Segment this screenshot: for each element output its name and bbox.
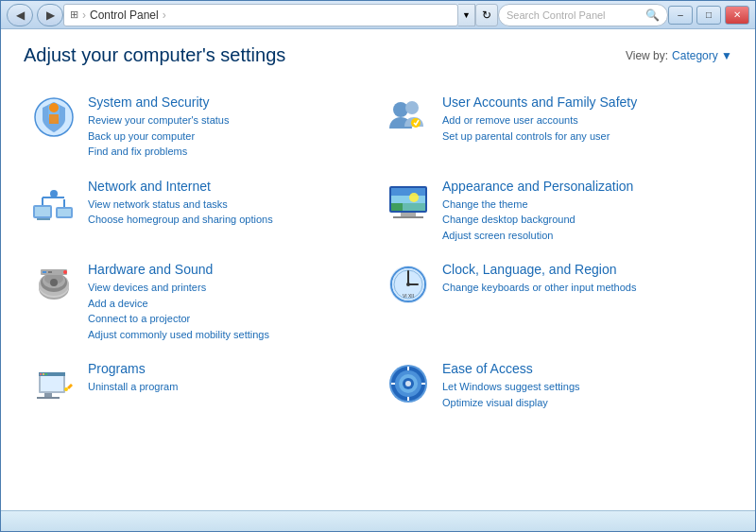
hardware-icon	[31, 262, 77, 307]
address-chevron[interactable]: ▼	[458, 4, 475, 26]
user-accounts-title[interactable]: User Accounts and Family Safety	[442, 94, 725, 110]
title-bar: ◀ ▶ ⊞ › Control Panel › ▼ ↻ Search Contr…	[1, 1, 755, 29]
clock-title[interactable]: Clock, Language, and Region	[442, 262, 725, 277]
system-security-link-2[interactable]: Back up your computer	[88, 129, 370, 145]
category-programs[interactable]: Programs Uninstall a program	[24, 352, 378, 420]
forward-button[interactable]: ▶	[37, 4, 63, 26]
window-frame: ◀ ▶ ⊞ › Control Panel › ▼ ↻ Search Contr…	[0, 0, 756, 532]
title-bar-left: ◀ ▶	[7, 4, 63, 26]
category-clock[interactable]: VI XII Clock, Language, and Region Chang…	[378, 252, 732, 352]
svg-point-33	[50, 279, 58, 286]
refresh-button[interactable]: ↻	[475, 4, 498, 26]
categories-grid: System and Security Review your computer…	[24, 85, 732, 420]
hardware-link-1[interactable]: View devices and printers	[88, 280, 370, 296]
svg-point-47	[45, 373, 47, 375]
address-path: Control Panel	[90, 9, 159, 22]
network-title[interactable]: Network and Internet	[88, 179, 370, 194]
content-area: Adjust your computer's settings View by:…	[1, 29, 755, 510]
clock-content: Clock, Language, and Region Change keybo…	[442, 262, 725, 296]
svg-point-4	[411, 118, 421, 128]
page-title: Adjust your computer's settings	[24, 44, 285, 66]
svg-rect-21	[393, 216, 423, 218]
svg-point-46	[43, 373, 44, 375]
window-controls: – □ ✕	[668, 6, 749, 25]
svg-rect-19	[403, 203, 425, 211]
svg-point-3	[405, 101, 419, 114]
svg-text:VI XII: VI XII	[403, 293, 414, 299]
system-security-title[interactable]: System and Security	[88, 94, 370, 110]
svg-rect-31	[48, 271, 52, 273]
hardware-title[interactable]: Hardware and Sound	[88, 262, 370, 277]
category-hardware[interactable]: Hardware and Sound View devices and prin…	[24, 252, 378, 352]
hardware-link-3[interactable]: Connect to a projector	[88, 311, 370, 327]
system-security-link-1[interactable]: Review your computer's status	[88, 112, 370, 129]
clock-link-1[interactable]: Change keyboards or other input methods	[442, 280, 725, 296]
svg-rect-30	[43, 271, 46, 273]
page-header: Adjust your computer's settings View by:…	[24, 44, 732, 66]
ease-of-access-icon	[386, 361, 431, 406]
system-security-link-3[interactable]: Find and fix problems	[88, 144, 370, 160]
network-icon	[31, 179, 77, 224]
ease-of-access-content: Ease of Access Let Windows suggest setti…	[442, 361, 725, 410]
system-security-icon	[31, 94, 77, 140]
svg-rect-7	[37, 218, 50, 220]
appearance-link-2[interactable]: Change desktop background	[442, 212, 725, 228]
search-icon: 🔍	[645, 9, 660, 22]
programs-title[interactable]: Programs	[88, 361, 370, 376]
user-accounts-icon	[386, 94, 431, 140]
svg-point-13	[50, 190, 58, 197]
svg-point-40	[406, 283, 410, 286]
user-accounts-link-1[interactable]: Add or remove user accounts	[442, 112, 725, 129]
user-accounts-content: User Accounts and Family Safety Add or r…	[442, 94, 725, 144]
view-by-dropdown[interactable]: Category ▼	[672, 49, 732, 62]
minimize-button[interactable]: –	[668, 6, 693, 25]
appearance-link-1[interactable]: Change the theme	[442, 197, 725, 213]
svg-rect-20	[401, 213, 416, 216]
network-link-1[interactable]: View network status and tasks	[88, 197, 370, 213]
appearance-icon	[386, 179, 431, 224]
svg-rect-6	[35, 207, 50, 216]
hardware-link-4[interactable]: Adjust commonly used mobility settings	[88, 327, 370, 343]
appearance-link-3[interactable]: Adjust screen resolution	[442, 228, 725, 244]
svg-point-56	[405, 381, 411, 386]
view-by-control[interactable]: View by: Category ▼	[626, 49, 732, 62]
ease-of-access-title[interactable]: Ease of Access	[442, 361, 725, 376]
close-button[interactable]: ✕	[725, 6, 749, 25]
user-accounts-link-2[interactable]: Set up parental controls for any user	[442, 129, 725, 145]
back-button[interactable]: ◀	[7, 4, 33, 26]
svg-rect-48	[44, 393, 52, 397]
appearance-title[interactable]: Appearance and Personalization	[442, 179, 725, 194]
system-security-content: System and Security Review your computer…	[88, 94, 370, 160]
svg-rect-18	[391, 203, 403, 211]
programs-content: Programs Uninstall a program	[88, 361, 370, 395]
svg-rect-9	[58, 209, 71, 216]
svg-rect-49	[37, 397, 60, 399]
search-box[interactable]: Search Control Panel 🔍	[498, 4, 668, 26]
hardware-link-2[interactable]: Add a device	[88, 296, 370, 312]
category-appearance[interactable]: Appearance and Personalization Change th…	[378, 169, 732, 253]
network-content: Network and Internet View network status…	[88, 179, 370, 228]
chevron-down-icon: ▼	[721, 49, 732, 62]
ease-of-access-link-1[interactable]: Let Windows suggest settings	[442, 379, 725, 395]
hardware-content: Hardware and Sound View devices and prin…	[88, 262, 370, 342]
view-by-label: View by:	[626, 49, 668, 62]
svg-point-32	[63, 270, 67, 274]
category-system-security[interactable]: System and Security Review your computer…	[24, 85, 378, 169]
appearance-content: Appearance and Personalization Change th…	[442, 179, 725, 244]
programs-link-1[interactable]: Uninstall a program	[88, 379, 370, 395]
address-bar[interactable]: ⊞ › Control Panel ›	[63, 4, 458, 26]
category-ease-of-access[interactable]: Ease of Access Let Windows suggest setti…	[378, 352, 732, 420]
svg-rect-43	[41, 374, 63, 391]
category-user-accounts[interactable]: User Accounts and Family Safety Add or r…	[378, 85, 732, 169]
maximize-button[interactable]: □	[696, 6, 721, 25]
svg-point-22	[409, 193, 419, 202]
ease-of-access-link-2[interactable]: Optimize visual display	[442, 395, 725, 411]
svg-point-45	[40, 373, 42, 375]
svg-rect-17	[391, 188, 425, 196]
programs-icon	[31, 361, 77, 406]
svg-point-1	[49, 103, 59, 112]
clock-icon: VI XII	[386, 262, 431, 307]
category-network[interactable]: Network and Internet View network status…	[24, 169, 378, 253]
svg-point-50	[64, 387, 68, 391]
network-link-2[interactable]: Choose homegroup and sharing options	[88, 212, 370, 228]
